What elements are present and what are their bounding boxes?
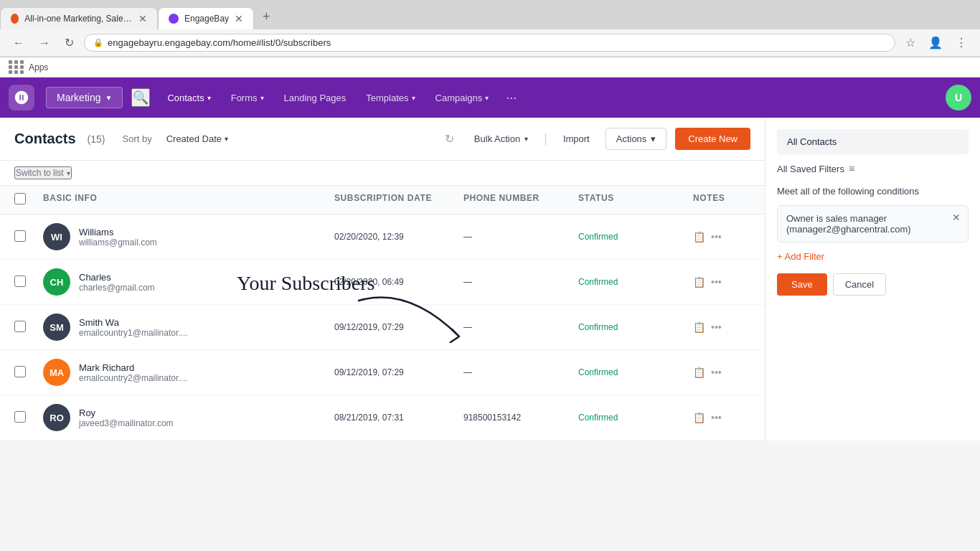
user-avatar[interactable]: U [946, 85, 971, 110]
contact-date-3: 09/12/2019, 07:29 [334, 367, 463, 377]
actions-chevron: ▾ [651, 133, 656, 144]
table-row: MA Mark Richard emailcountry2@mailinator… [0, 350, 765, 395]
header-divider: | [544, 131, 547, 146]
forward-button[interactable]: → [34, 35, 55, 51]
filter-close-button[interactable]: ✕ [952, 212, 961, 223]
contact-email-4: javeed3@mailinator.com [79, 418, 174, 428]
marketing-label: Marketing [57, 92, 100, 103]
nav-campaigns[interactable]: Campaigns ▾ [427, 87, 498, 109]
contact-details-1: Charles charles@gmail.com [79, 272, 155, 293]
contact-avatar-3: MA [43, 359, 70, 386]
save-filter-button[interactable]: Save [777, 273, 827, 296]
create-new-button[interactable]: Create New [675, 128, 750, 150]
bulk-action-button[interactable]: Bulk Action ▾ [467, 129, 535, 149]
app-logo[interactable] [9, 85, 34, 110]
nav-contacts[interactable]: Contacts ▾ [159, 87, 219, 109]
nav-campaigns-chevron: ▾ [485, 94, 489, 102]
tab-close-1[interactable]: ✕ [138, 13, 147, 24]
marketing-menu[interactable]: Marketing ▼ [46, 87, 123, 108]
contacts-table: Basic Info Subscription Date Phone Numbe… [0, 186, 765, 441]
search-button[interactable]: 🔍 [131, 88, 150, 107]
notes-icon-2: 📋 [693, 321, 705, 333]
more-options-0[interactable]: ••• [711, 231, 722, 242]
contacts-area: Contacts (15) Sort by Created Date ▾ ↻ B… [0, 118, 765, 441]
select-all-checkbox[interactable] [14, 193, 26, 204]
filter-card: Owner is sales manager (manager2@gharcen… [777, 205, 969, 242]
row-checkbox-0[interactable] [14, 230, 26, 242]
row-checkbox-2[interactable] [14, 321, 26, 332]
nav-templates[interactable]: Templates ▾ [357, 87, 423, 109]
refresh-button[interactable]: ↻ [440, 128, 458, 150]
bookmark-button[interactable]: ☆ [901, 34, 920, 52]
conditions-text: Meet all of the following conditions [777, 186, 969, 197]
more-options-4[interactable]: ••• [711, 412, 722, 423]
col-status: Status [578, 193, 693, 207]
contact-details-3: Mark Richard emailcountry2@mailinator...… [79, 362, 188, 383]
contacts-title: Contacts [14, 131, 76, 147]
import-button[interactable]: Import [556, 129, 597, 149]
contact-email-1: charles@gmail.com [79, 283, 155, 293]
contact-name-2: Smith Wa [79, 317, 188, 328]
switch-bar: Switch to list ▾ [0, 161, 765, 186]
all-contacts-button[interactable]: All Contacts [777, 129, 969, 154]
browser-tab-2[interactable]: EngageBay ✕ [158, 7, 254, 29]
contact-email-3: emailcountry2@mailinator.... [79, 373, 188, 383]
more-options-1[interactable]: ••• [711, 276, 722, 288]
notes-icon-1: 📋 [693, 276, 705, 288]
nav-more-button[interactable]: ··· [500, 85, 522, 111]
row-checkbox-4[interactable] [14, 411, 26, 423]
contact-details-4: Roy javeed3@mailinator.com [79, 408, 174, 428]
switch-to-list-label: Switch to list [16, 168, 64, 178]
tab-close-2[interactable]: ✕ [235, 13, 243, 24]
nav-forms-chevron: ▾ [260, 94, 264, 102]
more-options-2[interactable]: ••• [711, 321, 722, 333]
contact-avatar-4: RO [43, 404, 70, 431]
filter-text: Owner is sales manager (manager2@gharcen… [786, 213, 911, 235]
add-filter-button[interactable]: + Add Filter [777, 251, 969, 262]
sort-value-label: Created Date [166, 133, 222, 144]
bulk-action-chevron: ▾ [524, 135, 528, 143]
sort-date-button[interactable]: Created Date ▾ [161, 131, 234, 147]
browser-tab-1[interactable]: All-in-one Marketing, Sales, Supp... ✕ [0, 7, 158, 29]
new-tab-button[interactable]: + [254, 4, 279, 29]
nav-links: Contacts ▾ Forms ▾ Landing Pages Templat… [159, 85, 946, 111]
sort-by-label: Sort by [122, 133, 151, 144]
nav-forms[interactable]: Forms ▾ [222, 87, 273, 109]
notes-icon-4: 📋 [693, 412, 705, 423]
actions-button[interactable]: Actions ▾ [606, 128, 667, 150]
saved-filters-label: All Saved Filters [777, 164, 844, 174]
table-row: CH Charles charles@gmail.com 02/20/2020,… [0, 260, 765, 305]
profile-button[interactable]: 👤 [924, 34, 947, 52]
contact-name-0: Williams [79, 227, 157, 237]
contact-avatar-2: SM [43, 314, 70, 341]
nav-contacts-chevron: ▾ [207, 94, 211, 102]
sort-chevron: ▾ [225, 135, 228, 143]
url-input[interactable] [108, 37, 886, 48]
reload-button[interactable]: ↻ [60, 34, 78, 51]
nav-landing-pages[interactable]: Landing Pages [275, 87, 355, 109]
contact-avatar-0: WI [43, 223, 70, 250]
row-checkbox-1[interactable] [14, 276, 26, 287]
contact-status-0: Confirmed [578, 232, 693, 242]
address-bar: 🔒 [84, 34, 895, 52]
contact-phone-4: 918500153142 [463, 413, 578, 423]
switch-to-list-button[interactable]: Switch to list ▾ [14, 166, 72, 179]
contact-info-4: RO Roy javeed3@mailinator.com [43, 404, 334, 431]
contact-notes-0: 📋 ••• [693, 231, 750, 242]
back-button[interactable]: ← [9, 35, 29, 51]
tab-label-1: All-in-one Marketing, Sales, Supp... [24, 14, 133, 24]
contact-info-0: WI Williams williams@gmail.com [43, 223, 334, 250]
contact-notes-2: 📋 ••• [693, 321, 750, 333]
col-basic-info: Basic Info [43, 193, 334, 207]
marketing-chevron: ▼ [105, 94, 112, 102]
row-checkbox-3[interactable] [14, 366, 26, 377]
more-options-3[interactable]: ••• [711, 367, 722, 378]
nav-templates-chevron: ▾ [412, 94, 415, 102]
contact-name-4: Roy [79, 408, 174, 418]
cancel-filter-button[interactable]: Cancel [833, 273, 886, 296]
menu-button[interactable]: ⋮ [951, 34, 971, 52]
contact-info-1: CH Charles charles@gmail.com [43, 268, 334, 296]
col-phone-number: Phone Number [463, 193, 578, 207]
contact-status-1: Confirmed [578, 277, 693, 287]
apps-label[interactable]: Apps [29, 62, 48, 72]
